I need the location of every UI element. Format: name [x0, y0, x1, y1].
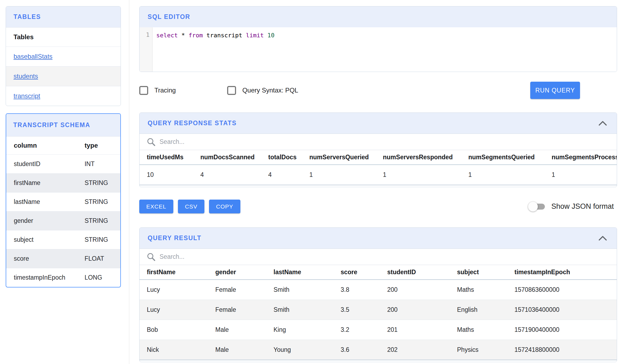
chevron-up-icon — [598, 121, 607, 126]
result-cell: 200 — [380, 300, 450, 320]
stats-cell: 4 — [261, 165, 302, 185]
sql-editor-panel: SQL EDITOR 1 select * from transcript li… — [139, 6, 617, 72]
result-cell: Male — [208, 320, 266, 340]
schema-row: gender STRING — [6, 211, 120, 230]
query-response-stats-panel: QUERY RESPONSE STATS — [139, 112, 617, 187]
copy-button[interactable]: COPY — [209, 200, 240, 213]
json-toggle-label: Show JSON format — [551, 202, 614, 211]
result-cell: Maths — [450, 320, 507, 340]
result-cell: 201 — [380, 320, 450, 340]
result-cell: 1571900400000 — [507, 320, 617, 340]
json-toggle-group: Show JSON format — [528, 202, 614, 211]
chevron-up-icon — [598, 236, 607, 241]
schema-header-row: column type — [6, 137, 120, 155]
stats-cell: 1 — [376, 165, 461, 185]
schema-row: subject STRING — [6, 230, 120, 249]
result-cell: 1570863600000 — [507, 280, 617, 300]
schema-cell: STRING — [77, 193, 120, 211]
sidebar: TABLES Tables baseballStats students tra… — [0, 0, 129, 364]
table-list-item[interactable]: students — [6, 66, 121, 86]
toggle-thumb — [528, 202, 538, 211]
code-editor[interactable]: 1 select * from transcript limit 10 — [140, 27, 617, 72]
result-header-row: firstName gender lastName score studentI… — [140, 265, 617, 280]
main-content: SQL EDITOR 1 select * from transcript li… — [130, 0, 623, 364]
pql-syntax-checkbox[interactable] — [227, 86, 236, 95]
table-link-students[interactable]: students — [14, 72, 38, 80]
stats-col-header: numServersResponded — [376, 150, 461, 165]
result-cell: Lucy — [140, 280, 208, 300]
sql-query-text: select * from transcript limit 10 — [156, 31, 617, 39]
tables-panel-header: TABLES — [6, 6, 121, 27]
schema-row: studentID INT — [6, 155, 120, 174]
table-link-baseballStats[interactable]: baseballStats — [14, 53, 52, 60]
result-cell: Male — [208, 340, 266, 360]
show-json-toggle[interactable] — [528, 202, 545, 211]
result-collapse-button[interactable] — [597, 235, 609, 242]
tracing-label: Tracing — [154, 87, 176, 94]
run-query-button[interactable]: RUN QUERY — [530, 82, 580, 99]
stats-search-input[interactable] — [160, 138, 349, 145]
stats-col-header: numSegmentsProcessed — [544, 150, 617, 165]
result-cell: 200 — [380, 280, 450, 300]
stats-cell: 1 — [461, 165, 544, 185]
result-cell: Bob — [140, 320, 208, 340]
csv-button[interactable]: CSV — [178, 200, 204, 213]
result-table: firstName gender lastName score studentI… — [140, 265, 617, 360]
stats-col-header: numServersQueried — [302, 150, 376, 165]
stats-search-row — [140, 134, 617, 150]
schema-col-header: type — [77, 137, 120, 155]
stats-col-header: numSegmentsQueried — [461, 150, 544, 165]
schema-panel-header: TRANSCRIPT SCHEMA — [6, 114, 120, 136]
export-row: EXCEL CSV COPY Show JSON format — [139, 200, 617, 213]
stats-col-header: totalDocs — [261, 150, 302, 165]
result-cell: Smith — [266, 300, 333, 320]
result-cell: 1571036400000 — [507, 300, 617, 320]
table-row: Lucy Female Smith 3.8 200 Maths 15708636… — [140, 280, 617, 300]
query-result-panel: QUERY RESULT — [139, 227, 617, 362]
stats-collapse-button[interactable] — [597, 120, 609, 127]
result-cell: Physics — [450, 340, 507, 360]
stats-panel-header: QUERY RESPONSE STATS — [140, 113, 617, 134]
result-search-input[interactable] — [160, 253, 349, 260]
schema-cell: STRING — [77, 230, 120, 249]
stats-col-header: numDocsScanned — [193, 150, 261, 165]
result-cell: Female — [208, 300, 266, 320]
sql-token: limit — [246, 32, 264, 39]
code-input-area[interactable]: select * from transcript limit 10 — [153, 27, 617, 72]
schema-cell: lastName — [6, 193, 77, 211]
schema-cell: score — [6, 249, 77, 268]
table-row: Nick Male Young 3.6 202 Physics 15724188… — [140, 340, 617, 360]
sql-token: * — [178, 32, 188, 39]
result-cell: 3.2 — [333, 320, 380, 340]
result-panel-title: QUERY RESULT — [148, 234, 201, 242]
schema-cell: LONG — [77, 268, 120, 287]
schema-cell: subject — [6, 230, 77, 249]
schema-cell: gender — [6, 211, 77, 230]
stats-table-container: timeUsedMs numDocsScanned totalDocs numS… — [140, 150, 617, 187]
stats-cell: 10 — [140, 165, 193, 185]
result-cell: Young — [266, 340, 333, 360]
result-col-header: score — [333, 265, 380, 280]
result-col-header: timestampInEpoch — [507, 265, 617, 280]
table-list-item[interactable]: baseballStats — [6, 47, 121, 66]
result-cell: English — [450, 300, 507, 320]
stats-value-row: 10 4 4 1 1 1 1 — [140, 165, 617, 185]
result-table-container: firstName gender lastName score studentI… — [140, 265, 617, 362]
sql-editor-title: SQL EDITOR — [148, 13, 190, 21]
schema-panel-title: TRANSCRIPT SCHEMA — [13, 121, 90, 129]
result-search-row — [140, 249, 617, 265]
result-cell: Lucy — [140, 300, 208, 320]
transcript-schema-panel: TRANSCRIPT SCHEMA column type studentID … — [6, 113, 121, 287]
table-list-item[interactable]: transcript — [6, 86, 121, 106]
stats-header-row: timeUsedMs numDocsScanned totalDocs numS… — [140, 150, 617, 165]
excel-button[interactable]: EXCEL — [139, 200, 173, 213]
result-cell: Smith — [266, 280, 333, 300]
tracing-checkbox[interactable] — [139, 86, 148, 95]
result-cell: King — [266, 320, 333, 340]
schema-cell: studentID — [6, 155, 77, 174]
result-panel-header: QUERY RESULT — [140, 228, 617, 249]
sql-token: transcript — [203, 32, 246, 39]
line-number: 1 — [146, 31, 150, 38]
result-cell: 1572418800000 — [507, 340, 617, 360]
table-link-transcript[interactable]: transcript — [14, 92, 40, 100]
